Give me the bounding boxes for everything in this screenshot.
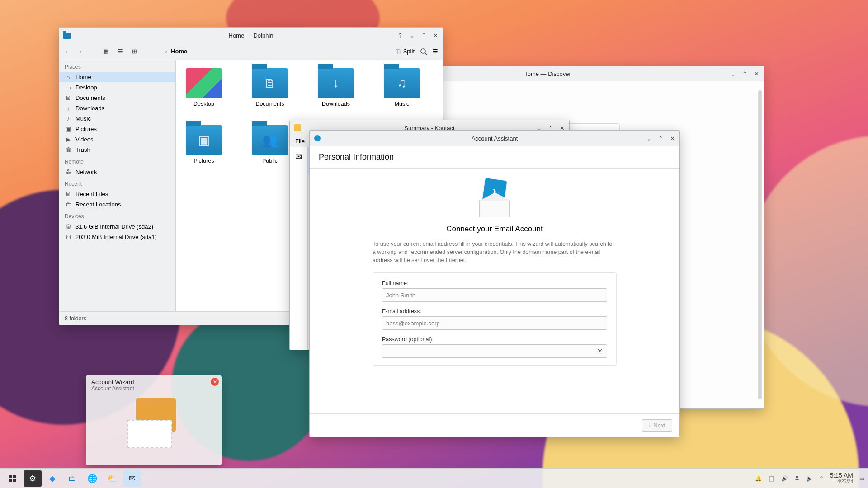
task-dolphin[interactable]: 🗀 bbox=[63, 470, 81, 487]
downloads-icon: ↓ bbox=[65, 105, 72, 112]
preview-subtitle: Account Assistant bbox=[91, 385, 216, 392]
dolphin-sidebar: Places ⌂Home ▭Desktop 🗎Documents ↓Downlo… bbox=[59, 60, 176, 311]
sidebar-item-documents[interactable]: 🗎Documents bbox=[59, 93, 175, 103]
folder-downloads[interactable]: ↓Downloads bbox=[314, 68, 358, 107]
dolphin-title: Home — Dolphin bbox=[59, 32, 443, 39]
app-launcher-button[interactable] bbox=[4, 470, 22, 487]
taskbar: ⚙ ◆ 🗀 🌐 ⛅ ✉ 🔔 📋 🔊 🖧 🔉 ⌃ 5:15 AM 4/25/24 … bbox=[0, 468, 868, 488]
maximize-icon[interactable]: ⌃ bbox=[741, 70, 748, 77]
downloads-icon: ↓ bbox=[318, 68, 354, 98]
home-icon: ⌂ bbox=[65, 74, 72, 80]
folder-music[interactable]: ♫Music bbox=[380, 68, 424, 107]
preview-title: Account Wizard bbox=[91, 379, 216, 385]
help-icon[interactable]: ? bbox=[396, 32, 404, 39]
sidebar-item-home[interactable]: ⌂Home bbox=[59, 72, 175, 82]
mail-icon[interactable]: ✉ bbox=[295, 152, 302, 162]
split-icon: ◫ bbox=[395, 48, 401, 55]
sidebar-item-music[interactable]: ♪Music bbox=[59, 113, 175, 124]
search-icon[interactable] bbox=[420, 48, 427, 55]
menu-file[interactable]: File bbox=[295, 138, 305, 145]
view-details-icon[interactable]: ⊞ bbox=[129, 46, 140, 57]
sidebar-item-recent-locations[interactable]: 🗀Recent Locations bbox=[59, 199, 175, 210]
close-icon[interactable]: ✕ bbox=[753, 70, 760, 77]
account-assistant-window: Account Assistant ⌄ ⌃ ✕ Personal Informa… bbox=[309, 130, 680, 437]
public-icon: 👥 bbox=[252, 125, 288, 155]
sidebar-item-recent-files[interactable]: 🗎Recent Files bbox=[59, 189, 175, 199]
hamburger-icon[interactable]: ☰ bbox=[433, 48, 438, 55]
task-preview-popup[interactable]: Account Wizard Account Assistant ✕ bbox=[86, 375, 222, 465]
sidebar-item-downloads[interactable]: ↓Downloads bbox=[59, 103, 175, 113]
sidebar-item-trash[interactable]: 🗑Trash bbox=[59, 145, 175, 155]
recent-locations-icon: 🗀 bbox=[65, 201, 72, 208]
dolphin-titlebar[interactable]: Home — Dolphin ? ⌄ ⌃ ✕ bbox=[59, 28, 443, 43]
documents-icon: 🗎 bbox=[252, 68, 288, 98]
preview-thumbnail[interactable] bbox=[124, 398, 183, 448]
sidebar-item-network[interactable]: 🖧Network bbox=[59, 167, 175, 177]
clock[interactable]: 5:15 AM 4/25/24 bbox=[830, 472, 853, 484]
tray-expand-icon[interactable]: ⌃ bbox=[819, 475, 824, 482]
back-icon[interactable]: ‹ bbox=[64, 48, 69, 55]
network-icon: 🖧 bbox=[65, 169, 72, 175]
sidebar-item-drive[interactable]: ⛁203.0 MiB Internal Drive (sda1) bbox=[59, 232, 175, 242]
assistant-title: Account Assistant bbox=[310, 135, 679, 142]
minimize-icon[interactable]: ⌄ bbox=[535, 124, 542, 131]
assistant-app-icon bbox=[313, 134, 321, 142]
close-icon[interactable]: ✕ bbox=[669, 135, 676, 142]
sidebar-item-drive[interactable]: ⛁31.6 GiB Internal Drive (sda2) bbox=[59, 221, 175, 232]
email-field[interactable] bbox=[382, 316, 607, 330]
videos-icon: ▶ bbox=[65, 136, 72, 143]
sidebar-item-pictures[interactable]: ▣Pictures bbox=[59, 124, 175, 134]
minimize-icon[interactable]: ⌄ bbox=[729, 70, 736, 77]
scrollbar[interactable] bbox=[758, 90, 762, 399]
svg-rect-4 bbox=[294, 124, 301, 131]
close-icon[interactable]: ✕ bbox=[432, 32, 439, 39]
assistant-titlebar[interactable]: Account Assistant ⌄ ⌃ ✕ bbox=[310, 131, 679, 146]
maximize-icon[interactable]: ⌃ bbox=[547, 124, 554, 131]
folder-documents[interactable]: 🗎Documents bbox=[248, 68, 292, 107]
minimize-icon[interactable]: ⌄ bbox=[645, 135, 652, 142]
notifications-icon[interactable]: 🔔 bbox=[755, 475, 762, 482]
label-fullname: Full name: bbox=[382, 280, 607, 286]
status-folder-count: 8 folders bbox=[65, 315, 86, 322]
sidebar-item-videos[interactable]: ▶Videos bbox=[59, 134, 175, 145]
task-konqueror[interactable]: 🌐 bbox=[83, 470, 101, 487]
system-tray: 🔔 📋 🔊 🖧 🔉 ⌃ 5:15 AM 4/25/24 ▭ bbox=[755, 472, 864, 484]
maximize-icon[interactable]: ⌃ bbox=[657, 135, 664, 142]
svg-point-5 bbox=[314, 135, 321, 141]
svg-rect-1 bbox=[63, 31, 66, 33]
folder-public[interactable]: 👥Public bbox=[248, 125, 292, 164]
task-weather[interactable]: ⛅ bbox=[103, 470, 121, 487]
close-icon[interactable]: ✕ bbox=[558, 124, 566, 131]
task-kontact[interactable]: ✉ bbox=[123, 470, 141, 487]
next-button[interactable]: › Next bbox=[642, 419, 672, 432]
preview-close-icon[interactable]: ✕ bbox=[211, 378, 219, 386]
task-discover[interactable]: ◆ bbox=[43, 470, 61, 487]
clipboard-icon[interactable]: 📋 bbox=[768, 475, 775, 482]
sidebar-item-desktop[interactable]: ▭Desktop bbox=[59, 82, 175, 93]
sidebar-section-remote: Remote bbox=[59, 155, 175, 167]
dolphin-app-icon bbox=[63, 31, 71, 39]
volume-icon[interactable]: 🔊 bbox=[781, 475, 788, 482]
drive-icon: ⛁ bbox=[65, 223, 72, 230]
desktop-icon: ▭ bbox=[65, 84, 72, 91]
task-system-settings[interactable]: ⚙ bbox=[24, 470, 42, 487]
volume-icon[interactable]: 🔉 bbox=[806, 475, 813, 482]
view-compact-icon[interactable]: ☰ bbox=[115, 46, 126, 57]
forward-icon[interactable]: › bbox=[78, 48, 83, 55]
password-field[interactable] bbox=[382, 344, 607, 358]
music-icon: ♫ bbox=[384, 68, 420, 98]
split-view-button[interactable]: ◫Split bbox=[395, 48, 415, 55]
fullname-field[interactable] bbox=[382, 288, 607, 302]
assistant-header: Personal Information bbox=[310, 146, 679, 169]
assistant-headline: Connect your Email Account bbox=[446, 225, 543, 234]
maximize-icon[interactable]: ⌃ bbox=[420, 32, 427, 39]
reveal-password-icon[interactable]: 👁 bbox=[597, 347, 604, 355]
breadcrumb-chevron-icon[interactable]: › bbox=[165, 48, 167, 55]
show-desktop-icon[interactable]: ▭ bbox=[859, 475, 864, 482]
network-tray-icon[interactable]: 🖧 bbox=[794, 475, 800, 482]
view-icons-icon[interactable]: ▦ bbox=[100, 46, 111, 57]
folder-desktop[interactable]: Desktop bbox=[182, 68, 226, 107]
minimize-icon[interactable]: ⌄ bbox=[408, 32, 415, 39]
folder-pictures[interactable]: ▣Pictures bbox=[182, 125, 226, 164]
breadcrumb[interactable]: Home bbox=[171, 48, 187, 55]
